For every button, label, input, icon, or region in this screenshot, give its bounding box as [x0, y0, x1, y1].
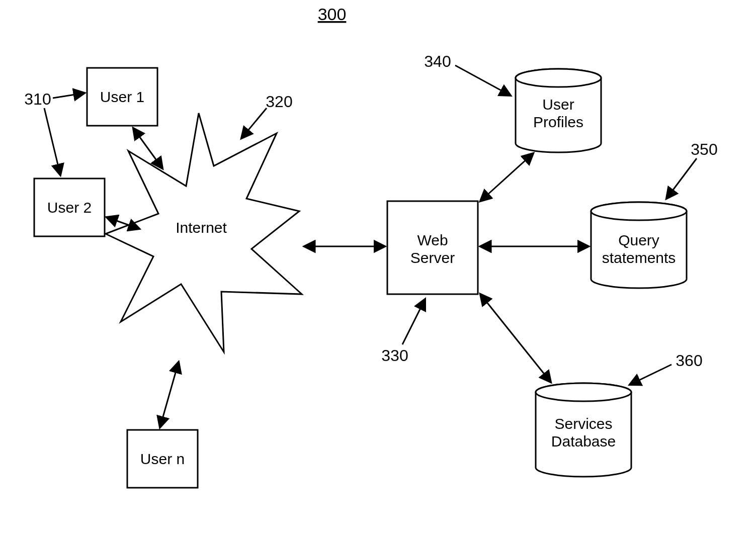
services-label-2: Database: [551, 433, 616, 450]
query-label-1: Query: [618, 232, 659, 248]
svg-point-6: [591, 202, 687, 220]
ref-arrow-350: [666, 158, 697, 199]
services-db: Services Database: [536, 383, 631, 477]
query-statements-db: Query statements: [591, 202, 687, 288]
ref-320: 320: [266, 93, 292, 111]
link-web-services: [480, 294, 551, 382]
web-label-2: Server: [410, 249, 455, 266]
usern-label: User n: [140, 451, 185, 467]
svg-point-7: [536, 383, 631, 401]
ref-360: 360: [676, 351, 702, 370]
ref-arrow-310-user1: [53, 93, 85, 98]
query-label-2: statements: [602, 249, 676, 266]
user1-node: User 1: [87, 68, 157, 126]
internet-node: Internet: [106, 113, 302, 352]
system-architecture-diagram: 300 User 1 User 2 User n Internet Web Se…: [0, 0, 756, 535]
user-profiles-db: User Profiles: [516, 69, 601, 152]
diagram-title: 300: [318, 5, 347, 24]
svg-point-5: [516, 69, 601, 87]
ref-330: 330: [381, 346, 408, 365]
ref-arrow-340: [455, 65, 511, 96]
web-server-node: Web Server: [387, 201, 478, 294]
usern-node: User n: [127, 430, 198, 488]
link-web-profiles: [480, 153, 533, 201]
internet-label: Internet: [176, 219, 227, 236]
ref-arrow-330: [402, 299, 425, 344]
link-usern-internet: [160, 362, 179, 427]
ref-arrow-320: [241, 108, 267, 138]
ref-arrow-360: [630, 365, 671, 385]
services-label-1: Services: [554, 415, 612, 432]
user2-node: User 2: [34, 179, 105, 236]
ref-310: 310: [24, 90, 51, 108]
user2-label: User 2: [47, 199, 92, 216]
web-label-1: Web: [417, 232, 448, 248]
ref-340: 340: [424, 52, 451, 70]
ref-350: 350: [691, 140, 717, 158]
ref-arrow-310-user2: [44, 108, 60, 175]
profiles-label-2: Profiles: [533, 114, 583, 130]
profiles-label-1: User: [542, 96, 574, 113]
user1-label: User 1: [100, 88, 144, 105]
